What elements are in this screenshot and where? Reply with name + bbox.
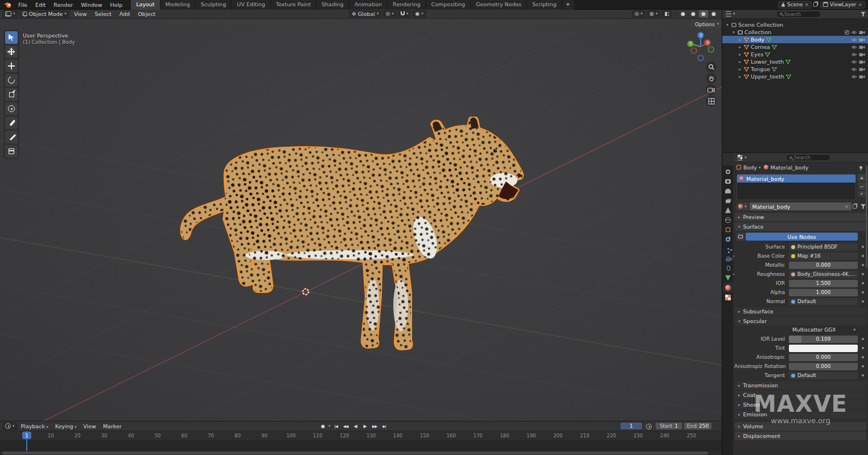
timeline-track[interactable] (0, 441, 722, 451)
property-field[interactable]: 0.000 ▾ (789, 262, 858, 269)
tool-button[interactable] (5, 131, 18, 143)
animate-decorator-icon[interactable] (862, 255, 864, 257)
orthographic-toggle-button[interactable] (706, 96, 717, 106)
use-preview-range-button[interactable] (644, 423, 653, 430)
property-field[interactable] (789, 345, 858, 352)
viewport-menu[interactable]: Add (116, 11, 133, 17)
animate-decorator-icon[interactable] (862, 291, 864, 293)
leopard-model[interactable] (162, 117, 538, 367)
pan-button[interactable] (706, 73, 717, 84)
panel-displacement[interactable]: ▸Displacement (735, 432, 866, 440)
animate-decorator-icon[interactable] (862, 264, 864, 266)
panel-preview[interactable]: ▸Preview (735, 213, 866, 221)
scene-selector[interactable]: Scene × (778, 1, 812, 9)
collection-row[interactable]: ▾ Collection ✓ (722, 28, 868, 36)
transport-button[interactable] (332, 423, 340, 430)
disable-in-renders-icon[interactable] (859, 67, 865, 72)
property-field[interactable]: Principled BSDF ▾ (789, 243, 858, 251)
outliner-object-row[interactable]: ▸ Body (722, 36, 868, 43)
animate-decorator-icon[interactable] (862, 374, 864, 377)
shading-mode-button[interactable]: ● (678, 10, 688, 18)
tool-button[interactable] (5, 60, 18, 72)
camera-view-button[interactable] (706, 84, 717, 95)
workspace-tab[interactable]: Shading (316, 0, 349, 10)
viewport-3d[interactable]: User Perspective (1) Collection | Body O… (0, 19, 722, 421)
breadcrumb-object[interactable]: Body (743, 164, 757, 171)
breadcrumb-material[interactable]: Material_body (771, 164, 809, 171)
workspace-tab[interactable]: Layout (131, 0, 160, 10)
hide-in-viewport-icon[interactable] (851, 67, 857, 72)
viewport-menu[interactable]: Object (134, 11, 159, 17)
timeline-menu[interactable]: Playback ▾ (18, 423, 52, 429)
properties-search[interactable] (786, 154, 830, 161)
workspace-tab[interactable]: Sculpting (196, 0, 232, 10)
disable-in-renders-icon[interactable] (859, 38, 865, 42)
filter-icon[interactable] (861, 204, 866, 209)
property-field[interactable]: 0.000 (789, 354, 858, 361)
hide-in-viewport-icon[interactable] (851, 45, 857, 49)
disable-in-renders-icon[interactable] (859, 45, 865, 49)
show-gizmos-toggle[interactable]: ◎▾ (632, 10, 645, 18)
properties-tab[interactable] (723, 225, 733, 234)
collapsed-subpanel[interactable]: ▸Transmission (735, 381, 866, 390)
workspace-tab[interactable]: Animation (349, 0, 388, 10)
hide-in-viewport-icon[interactable] (851, 60, 857, 64)
properties-tab[interactable] (723, 234, 733, 244)
frame-start-field[interactable]: Start 1 (656, 423, 682, 429)
properties-scrollbar[interactable] (866, 166, 867, 268)
timeline-scrollbar[interactable] (2, 452, 708, 454)
outliner-editor-type-button[interactable]: ▾ (725, 10, 737, 18)
new-scene-icon[interactable] (813, 2, 817, 7)
transport-button[interactable] (371, 423, 379, 430)
topbar-menu[interactable]: File (14, 0, 31, 10)
viewlayer-selector[interactable]: ViewLayer × (820, 1, 865, 9)
workspace-tab[interactable]: Rendering (388, 0, 426, 10)
disclosure-triangle-icon[interactable]: ▾ (731, 30, 736, 35)
property-field[interactable]: Default ▾ (789, 298, 858, 305)
material-slot-list[interactable]: Material_body (737, 174, 856, 200)
remove-viewlayer-icon[interactable]: × (858, 2, 862, 7)
outliner-search-input[interactable] (784, 11, 817, 17)
outliner-search[interactable] (776, 11, 821, 18)
panel-specular[interactable]: ▾Specular (735, 317, 866, 325)
animate-decorator-icon[interactable] (862, 365, 864, 367)
property-field[interactable]: 1.000 ▾ (789, 289, 858, 296)
disable-in-renders-icon[interactable] (859, 60, 865, 64)
disclosure-triangle-icon[interactable]: ▸ (738, 60, 742, 64)
workspace-tab[interactable]: Modeling (161, 0, 196, 10)
outliner-object-row[interactable]: ▸ Upper_teeth (722, 73, 868, 80)
disclosure-triangle-icon[interactable]: ▸ (738, 52, 742, 57)
hide-in-viewport-icon[interactable] (851, 52, 857, 57)
animate-decorator-icon[interactable] (862, 347, 864, 349)
property-field[interactable]: 0.000 (789, 363, 858, 370)
properties-tab[interactable] (723, 273, 733, 283)
properties-tab[interactable] (723, 292, 733, 302)
tool-button[interactable] (5, 31, 18, 44)
panel-volume[interactable]: ▸Volume (735, 422, 866, 431)
navigation-gizmo[interactable]: Z X Y (682, 28, 719, 65)
expand-icon[interactable]: ▸ (733, 254, 735, 258)
snap-toggle[interactable]: ▾ (398, 10, 412, 18)
unlink-material-icon[interactable]: × (844, 204, 849, 209)
topbar-menu[interactable]: Render (50, 0, 77, 10)
blender-logo-icon[interactable] (3, 2, 12, 8)
collapsed-subpanel[interactable]: ▸Sheen (735, 400, 866, 409)
transform-orientation-dropdown[interactable]: ⊕ Global ▾ (349, 10, 381, 18)
material-name-field[interactable]: Material_body × (750, 202, 851, 210)
editor-type-button[interactable]: ▾ (2, 10, 18, 18)
toggle-xray-button[interactable]: ◧ (661, 10, 672, 18)
outliner-object-row[interactable]: ▸ Eyes (722, 51, 868, 58)
shading-mode-button[interactable]: ● (709, 10, 718, 18)
disable-in-renders-icon[interactable] (859, 52, 865, 57)
scene-collection-row[interactable]: ▾ Scene Collection (722, 21, 868, 28)
timeline-editor-type-button[interactable]: ▾ (2, 423, 18, 430)
properties-tab[interactable] (723, 176, 733, 186)
tool-button[interactable] (5, 117, 18, 129)
outliner-object-row[interactable]: ▸ Cornea (722, 43, 868, 51)
panel-subsurface[interactable]: ▸Subsurface (735, 307, 866, 316)
pin-icon[interactable] (859, 166, 862, 169)
property-field[interactable]: 1.500 ▾ (789, 280, 858, 287)
use-nodes-button[interactable]: Use Nodes (746, 233, 858, 241)
expand-icon[interactable]: ▸ (733, 272, 735, 276)
timeline-menu[interactable]: Keying ▾ (52, 423, 80, 429)
